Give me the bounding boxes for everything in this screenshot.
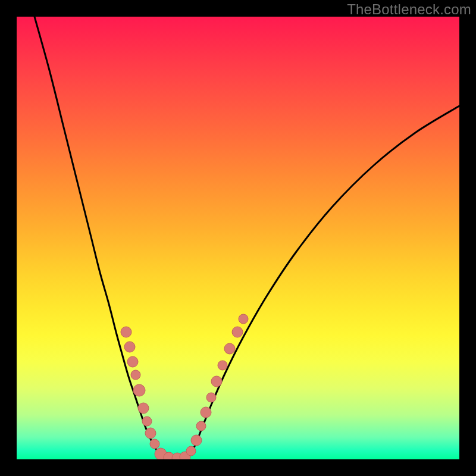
highlight-dot	[186, 446, 196, 456]
highlight-dots-group	[121, 314, 248, 459]
highlight-dot	[121, 327, 131, 337]
plot-svg	[17, 17, 459, 459]
highlight-dot	[224, 343, 235, 354]
highlight-dot	[211, 376, 222, 387]
highlight-dot	[131, 370, 140, 380]
highlight-dot	[218, 361, 227, 370]
highlight-dot	[196, 421, 206, 431]
highlight-dot	[142, 416, 152, 426]
highlight-dot	[239, 314, 248, 324]
highlight-dot	[124, 342, 135, 352]
watermark-text: TheBottleneck.com	[347, 1, 471, 18]
highlight-dot	[191, 435, 202, 446]
highlight-dot	[206, 393, 216, 402]
highlight-dot	[150, 439, 159, 449]
plot-frame	[17, 17, 459, 459]
highlight-dot	[145, 428, 156, 439]
highlight-dot	[232, 327, 243, 337]
highlight-dot	[127, 356, 138, 367]
highlight-dot	[133, 384, 145, 396]
bottleneck-curve	[35, 17, 459, 458]
highlight-dot	[201, 407, 211, 418]
highlight-dot	[138, 403, 149, 414]
